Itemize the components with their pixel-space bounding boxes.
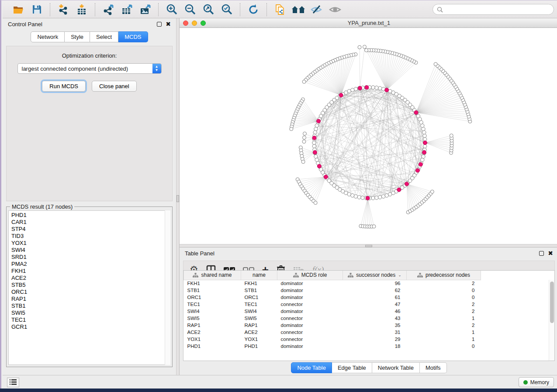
mcds-result-item[interactable]: RAP1	[11, 296, 170, 303]
splitter-grip[interactable]	[365, 245, 372, 247]
table-row[interactable]: SWI4SWI4dominator462	[184, 308, 554, 315]
table-row[interactable]: FKH1FKH1dominator962	[184, 280, 554, 287]
tab-motifs[interactable]: Motifs	[420, 362, 447, 373]
cell-filler	[481, 329, 554, 336]
cell-mcds_role: dominator	[277, 308, 343, 315]
mcds-result-item[interactable]: SWI4	[11, 247, 170, 254]
cell-filler	[481, 308, 554, 315]
save-session-icon[interactable]	[29, 3, 45, 17]
cell-predecessor: 1	[407, 336, 481, 343]
cell-mcds_role: connector	[277, 301, 343, 308]
network-canvas[interactable]	[180, 28, 557, 244]
table-row[interactable]: ACE2ACE2connector311	[184, 329, 554, 336]
cell-name: ACE2	[241, 329, 277, 336]
mcds-result-item[interactable]: PHD1	[11, 212, 170, 219]
cell-predecessor: 2	[407, 308, 481, 315]
mcds-result-item[interactable]: GCR1	[11, 323, 170, 330]
mcds-list-scrollbar[interactable]	[165, 210, 170, 365]
close-panel-icon[interactable]: ✖	[548, 250, 553, 256]
cell-name: STB1	[241, 287, 277, 294]
mcds-result-item[interactable]: SWI5	[11, 309, 170, 316]
cell-filler	[481, 280, 554, 287]
table-row[interactable]: TEC1TEC1connector472	[184, 301, 554, 308]
mcds-result-item[interactable]: ACE2	[11, 275, 170, 282]
table-tabs: Node TableEdge TableNetwork TableMotifs	[180, 362, 557, 373]
zoom-selected-icon[interactable]	[219, 3, 235, 17]
table-row[interactable]: PHD1PHD1dominator180	[184, 343, 554, 350]
splitter-grip[interactable]	[176, 195, 179, 202]
status-bar: Memory	[3, 375, 557, 389]
horizontal-splitter[interactable]	[180, 244, 557, 248]
zoom-fit-icon[interactable]	[201, 3, 216, 17]
tab-node-table[interactable]: Node Table	[291, 362, 332, 373]
mcds-result-item[interactable]: ORC1	[11, 289, 170, 296]
cell-predecessor: 0	[407, 287, 481, 294]
column-header-MCDS-role[interactable]: MCDS role	[277, 271, 343, 280]
tab-network[interactable]: Network	[31, 31, 65, 42]
run-mcds-button[interactable]: Run MCDS	[42, 81, 86, 92]
table-row[interactable]: SWI5SWI5connector431	[184, 315, 554, 322]
search-input[interactable]	[445, 7, 550, 13]
mcds-result-list[interactable]: PHD1CAR1STP4TID3YOX1SWI4SRD1PMA2FKH1ACE2…	[8, 210, 170, 365]
table-row[interactable]: YOX1YOX1connector291	[184, 336, 554, 343]
cytoscape-window: Control Panel ✖ NetworkStyleSelectMCDS O…	[0, 0, 557, 389]
show-all-icon[interactable]	[327, 3, 343, 17]
cell-predecessor: 1	[407, 329, 481, 336]
refresh-icon[interactable]	[246, 3, 261, 17]
mcds-result-item[interactable]: YOX1	[11, 240, 170, 247]
mcds-result-item[interactable]: PMA2	[11, 261, 170, 268]
export-table-icon[interactable]	[119, 3, 135, 17]
table-scrollbar[interactable]	[549, 280, 554, 361]
cell-shared_name: RAP1	[184, 322, 241, 329]
column-header-shared-name[interactable]: shared name	[184, 271, 241, 280]
vertical-splitter[interactable]	[176, 18, 180, 375]
criterion-dropdown[interactable]: largest connected component (undirected)…	[17, 63, 162, 74]
column-header-predecessor-nodes[interactable]: predecessor nodes	[407, 271, 481, 280]
zoom-in-icon[interactable]	[164, 3, 180, 17]
toolbar-separator	[50, 3, 50, 16]
search-field[interactable]	[432, 4, 554, 15]
tab-mcds[interactable]: MCDS	[118, 31, 148, 42]
cell-shared_name: FKH1	[184, 280, 241, 287]
cell-successor: 43	[343, 315, 407, 322]
table-row[interactable]: ORC1ORC1dominator610	[184, 294, 554, 301]
first-neighbors-icon[interactable]	[291, 3, 306, 17]
table-row[interactable]: STB1STB1dominator620	[184, 287, 554, 294]
hide-selected-icon[interactable]	[309, 3, 325, 17]
tab-select[interactable]: Select	[90, 31, 118, 42]
memory-button[interactable]: Memory	[519, 377, 554, 387]
float-panel-icon[interactable]	[157, 22, 162, 27]
open-file-icon[interactable]	[10, 3, 26, 17]
column-header-name[interactable]: name	[241, 271, 277, 280]
close-panel-icon[interactable]: ✖	[166, 21, 171, 27]
mcds-result-item[interactable]: STB1	[11, 303, 170, 309]
tab-style[interactable]: Style	[65, 31, 90, 42]
mcds-result-item[interactable]: CAR1	[11, 219, 170, 226]
column-header-successor-nodes[interactable]: successor nodes⌄	[343, 271, 407, 280]
float-panel-icon[interactable]	[539, 251, 544, 256]
export-image-icon[interactable]	[137, 3, 153, 17]
tab-network-table[interactable]: Network Table	[372, 362, 420, 373]
mcds-result-item[interactable]: TID3	[11, 233, 170, 240]
toolbar-separator	[266, 3, 267, 16]
mcds-result-item[interactable]: STB5	[11, 282, 170, 289]
table-row[interactable]: RAP1RAP1dominator352	[184, 322, 554, 329]
tab-edge-table[interactable]: Edge Table	[332, 362, 372, 373]
mcds-result-item[interactable]: STP4	[11, 226, 170, 233]
cell-mcds_role: dominator	[277, 322, 343, 329]
scrollbar-thumb[interactable]	[550, 282, 554, 323]
cell-successor: 46	[343, 308, 407, 315]
export-network-icon[interactable]	[100, 3, 116, 17]
import-network-icon[interactable]	[55, 3, 71, 17]
duplicate-network-icon[interactable]	[272, 3, 288, 17]
mcds-result-item[interactable]: SRD1	[11, 254, 170, 261]
close-panel-button[interactable]: Close panel	[92, 81, 137, 92]
task-history-icon[interactable]	[7, 378, 19, 387]
zoom-out-icon[interactable]	[182, 3, 198, 17]
table-header: shared namenameMCDS rolesuccessor nodes⌄…	[184, 271, 554, 280]
control-panel: Control Panel ✖ NetworkStyleSelectMCDS O…	[3, 18, 176, 375]
mcds-result-item[interactable]: TEC1	[11, 316, 170, 323]
memory-status-icon	[523, 380, 528, 385]
import-table-icon[interactable]	[74, 3, 90, 17]
mcds-result-item[interactable]: FKH1	[11, 268, 170, 275]
